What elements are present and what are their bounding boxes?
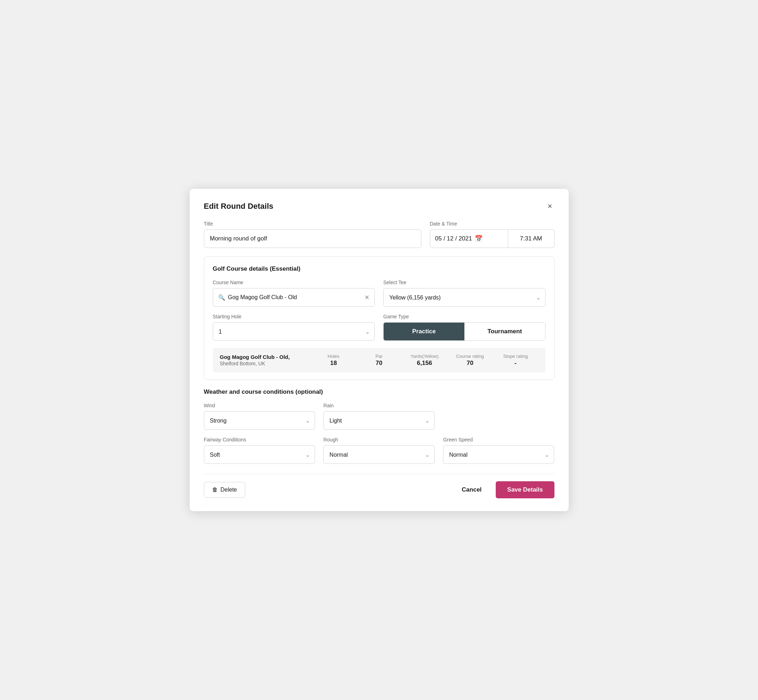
course-info-name: Gog Magog Golf Club - Old, Shelford Bott…	[220, 354, 311, 366]
fairway-dropdown[interactable]: SoftNormalHardWet	[204, 445, 315, 464]
course-info-location: Shelford Bottom, UK	[220, 361, 311, 366]
rough-select-wrap: SoftNormalHardWet ⌄	[324, 445, 434, 464]
wind-rain-row: Wind NoneLightModerateStrongVery Strong …	[204, 403, 554, 430]
select-tee-dropdown[interactable]: Yellow (6,156 yards) White Red Blue	[383, 288, 545, 306]
holes-value: 18	[311, 359, 356, 367]
rain-label: Rain	[324, 403, 434, 408]
course-name-search-wrap[interactable]: 🔍 ✕	[213, 288, 375, 306]
yards-value: 6,156	[402, 359, 447, 367]
save-button[interactable]: Save Details	[496, 481, 554, 498]
slope-rating-stat: Slope rating -	[493, 353, 539, 367]
conditions-section: Weather and course conditions (optional)…	[204, 388, 554, 464]
edit-round-modal: Edit Round Details × Title Date & Time 0…	[190, 189, 568, 511]
course-rating-value: 70	[447, 359, 493, 367]
starting-hole-group: Starting Hole 1234 5678 910 ⌄	[213, 314, 375, 341]
fairway-label: Fairway Conditions	[204, 437, 315, 442]
time-input-wrap[interactable]: 7:31 AM	[508, 230, 554, 248]
modal-header: Edit Round Details ×	[204, 202, 554, 211]
select-tee-wrap: Yellow (6,156 yards) White Red Blue ⌄	[383, 288, 545, 306]
delete-button[interactable]: 🗑 Delete	[204, 482, 245, 498]
delete-label: Delete	[221, 487, 237, 493]
datetime-label: Date & Time	[430, 221, 554, 227]
holes-label: Holes	[311, 353, 356, 359]
rough-label: Rough	[324, 437, 434, 442]
wind-dropdown[interactable]: NoneLightModerateStrongVery Strong	[204, 411, 315, 430]
title-input[interactable]	[204, 230, 421, 248]
title-field-group: Title	[204, 221, 421, 248]
select-tee-group: Select Tee Yellow (6,156 yards) White Re…	[383, 280, 545, 306]
tournament-toggle-button[interactable]: Tournament	[464, 323, 545, 341]
rough-dropdown[interactable]: SoftNormalHardWet	[324, 445, 434, 464]
clear-course-button[interactable]: ✕	[365, 294, 370, 301]
cancel-button[interactable]: Cancel	[455, 482, 489, 498]
conditions-section-title: Weather and course conditions (optional)	[204, 388, 554, 395]
green-speed-label: Green Speed	[443, 437, 554, 442]
datetime-inputs: 05 / 12 / 2021 📅 7:31 AM	[430, 230, 554, 248]
fairway-group: Fairway Conditions SoftNormalHardWet ⌄	[204, 437, 315, 464]
rain-select-wrap: NoneLightModerateHeavy ⌄	[324, 411, 434, 430]
course-tee-row: Course Name 🔍 ✕ Select Tee Yellow (6,156…	[213, 280, 545, 306]
course-rating-label: Course rating	[447, 353, 493, 359]
footer-right-actions: Cancel Save Details	[455, 481, 554, 498]
green-speed-dropdown[interactable]: SlowNormalFastVery Fast	[443, 445, 554, 464]
wind-select-wrap: NoneLightModerateStrongVery Strong ⌄	[204, 411, 315, 430]
course-holes-stat: Holes 18	[311, 353, 356, 367]
date-value: 05 / 12 / 2021	[435, 235, 472, 242]
fairway-select-wrap: SoftNormalHardWet ⌄	[204, 445, 315, 464]
par-value: 70	[356, 359, 402, 367]
course-yards-stat: Yards(Yellow) 6,156	[402, 353, 447, 367]
par-label: Par	[356, 353, 402, 359]
title-datetime-row: Title Date & Time 05 / 12 / 2021 📅 7:31 …	[204, 221, 554, 248]
wind-group: Wind NoneLightModerateStrongVery Strong …	[204, 403, 315, 430]
search-icon: 🔍	[218, 294, 225, 301]
course-name-input[interactable]	[228, 294, 362, 300]
modal-title: Edit Round Details	[204, 202, 274, 211]
starting-hole-dropdown[interactable]: 1234 5678 910	[213, 322, 375, 341]
title-label: Title	[204, 221, 421, 227]
course-info-name-text: Gog Magog Golf Club - Old,	[220, 354, 311, 360]
fairway-rough-green-row: Fairway Conditions SoftNormalHardWet ⌄ R…	[204, 437, 554, 464]
game-type-group: Game Type Practice Tournament	[383, 314, 545, 341]
rough-group: Rough SoftNormalHardWet ⌄	[324, 437, 434, 464]
golf-course-section: Golf Course details (Essential) Course N…	[204, 256, 554, 380]
game-type-toggle: Practice Tournament	[383, 322, 545, 341]
golf-course-section-title: Golf Course details (Essential)	[213, 266, 545, 272]
footer-divider	[204, 474, 554, 474]
starting-hole-label: Starting Hole	[213, 314, 375, 319]
rain-dropdown[interactable]: NoneLightModerateHeavy	[324, 411, 434, 430]
footer-row: 🗑 Delete Cancel Save Details	[204, 481, 554, 498]
trash-icon: 🗑	[212, 487, 218, 493]
slope-rating-value: -	[493, 359, 539, 367]
datetime-field-group: Date & Time 05 / 12 / 2021 📅 7:31 AM	[430, 221, 554, 248]
yards-label: Yards(Yellow)	[402, 353, 447, 359]
select-tee-label: Select Tee	[383, 280, 545, 285]
calendar-icon: 📅	[475, 235, 482, 242]
course-par-stat: Par 70	[356, 353, 402, 367]
time-value: 7:31 AM	[520, 235, 542, 242]
game-type-label: Game Type	[383, 314, 545, 319]
course-rating-stat: Course rating 70	[447, 353, 493, 367]
slope-rating-label: Slope rating	[493, 353, 539, 359]
hole-gametype-row: Starting Hole 1234 5678 910 ⌄ Game Type …	[213, 314, 545, 341]
green-speed-select-wrap: SlowNormalFastVery Fast ⌄	[443, 445, 554, 464]
course-name-group: Course Name 🔍 ✕	[213, 280, 375, 306]
course-info-row: Gog Magog Golf Club - Old, Shelford Bott…	[213, 348, 545, 372]
date-input-wrap[interactable]: 05 / 12 / 2021 📅	[430, 230, 508, 248]
course-name-label: Course Name	[213, 280, 375, 285]
starting-hole-wrap: 1234 5678 910 ⌄	[213, 322, 375, 341]
wind-label: Wind	[204, 403, 315, 408]
practice-toggle-button[interactable]: Practice	[384, 323, 464, 341]
close-button[interactable]: ×	[545, 202, 554, 211]
green-speed-group: Green Speed SlowNormalFastVery Fast ⌄	[443, 437, 554, 464]
rain-group: Rain NoneLightModerateHeavy ⌄	[324, 403, 434, 430]
